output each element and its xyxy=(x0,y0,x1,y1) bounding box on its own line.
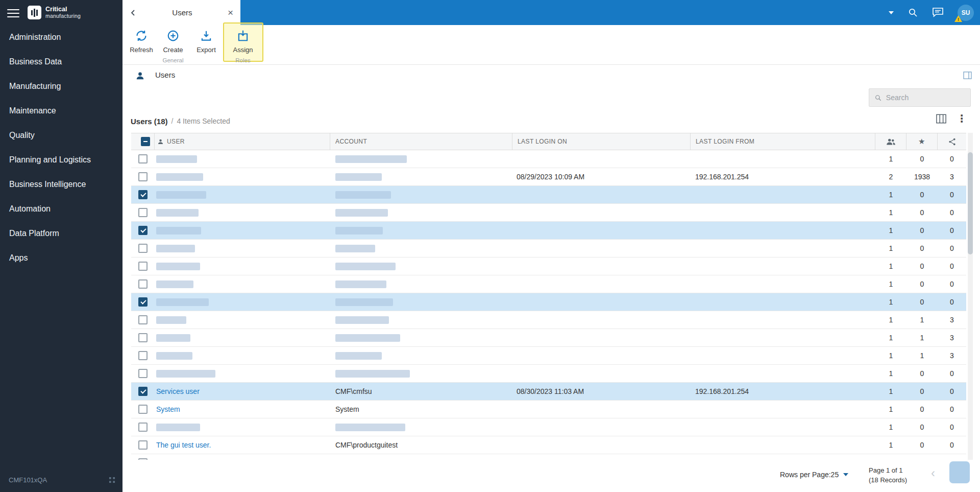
star-icon: ★ xyxy=(918,137,925,146)
table-row[interactable]: 08/29/2023 10:09 AM 192.168.201.254 2 19… xyxy=(131,168,966,186)
more-options-icon[interactable]: ⋮ xyxy=(957,113,967,124)
columns-icon[interactable] xyxy=(936,114,946,124)
column-header-user[interactable]: USER xyxy=(155,133,330,150)
table-row[interactable]: T CMF\ 1 0 0 xyxy=(131,454,966,460)
rows-per-page[interactable]: Rows per Page:25 xyxy=(780,471,848,479)
user-link[interactable]: Services user xyxy=(156,387,200,395)
select-all-checkbox[interactable] xyxy=(141,137,150,146)
table-row[interactable]: The gui test user. CMF\productguitest 1 … xyxy=(131,436,966,454)
refresh-button[interactable]: Refresh xyxy=(124,29,159,54)
redacted-account xyxy=(335,316,389,324)
menu-icon[interactable] xyxy=(7,8,19,17)
table-row[interactable]: 1 0 0 xyxy=(131,365,966,383)
account-cell xyxy=(330,190,512,199)
back-icon[interactable] xyxy=(130,9,137,16)
redacted-account xyxy=(335,173,382,181)
export-icon xyxy=(200,29,213,42)
messages-icon[interactable] xyxy=(932,7,944,18)
table-row[interactable]: 1 1 3 xyxy=(131,329,966,347)
sidebar-item-business-intelligence[interactable]: Business Intelligence xyxy=(0,172,122,197)
table-row[interactable]: System System 1 0 0 xyxy=(131,401,966,418)
pagination-button[interactable] xyxy=(949,461,970,483)
table-row[interactable]: Services user CMF\cmfsu 08/30/2023 11:03… xyxy=(131,383,966,401)
column-header-last-login-on[interactable]: LAST LOGIN ON xyxy=(512,133,691,150)
table-row[interactable]: 1 0 0 xyxy=(131,222,966,240)
column-header-sessions[interactable] xyxy=(875,133,906,150)
sidebar-item-quality[interactable]: Quality xyxy=(0,123,122,148)
row-checkbox[interactable] xyxy=(138,440,148,450)
row-checkbox[interactable] xyxy=(138,190,148,199)
redacted-user xyxy=(156,191,206,199)
table-row[interactable]: 1 1 3 xyxy=(131,347,966,365)
assign-button[interactable]: Assign xyxy=(225,29,261,54)
sidebar-item-manufacturing[interactable]: Manufacturing xyxy=(0,74,122,99)
scrollbar-thumb[interactable] xyxy=(968,152,973,254)
create-button[interactable]: Create xyxy=(155,29,191,54)
column-header-shared[interactable] xyxy=(938,133,966,150)
user-link[interactable]: The gui test user. xyxy=(156,441,211,449)
row-checkbox[interactable] xyxy=(138,279,148,289)
search-icon[interactable] xyxy=(908,7,918,18)
avatar-initials: SU xyxy=(962,9,970,16)
table-row[interactable]: 1 0 0 xyxy=(131,293,966,311)
row-checkbox[interactable] xyxy=(138,315,148,324)
avatar[interactable]: SU ! xyxy=(958,5,974,21)
row-checkbox[interactable] xyxy=(138,297,148,307)
chevron-down-icon[interactable] xyxy=(889,11,894,14)
row-checkbox[interactable] xyxy=(138,351,148,360)
row-checkbox[interactable] xyxy=(138,387,148,396)
sidebar-item-apps[interactable]: Apps xyxy=(0,246,122,270)
row-checkbox[interactable] xyxy=(138,423,148,432)
create-icon xyxy=(166,29,180,42)
tab-users[interactable]: Users × xyxy=(122,0,240,25)
row-checkbox[interactable] xyxy=(138,226,148,235)
table-row[interactable]: 1 0 0 xyxy=(131,275,966,293)
row-checkbox[interactable] xyxy=(138,244,148,253)
table-row[interactable]: 1 0 0 xyxy=(131,186,966,204)
row-checkbox[interactable] xyxy=(138,262,148,271)
row-checkbox[interactable] xyxy=(138,172,148,181)
sidebar-item-automation[interactable]: Automation xyxy=(0,197,122,221)
sidebar-item-business-data[interactable]: Business Data xyxy=(0,50,122,74)
row-checkbox[interactable] xyxy=(138,154,148,163)
star-count-cell: 0 xyxy=(906,226,938,235)
table-row[interactable]: 1 0 0 xyxy=(131,150,966,168)
redacted-user xyxy=(156,334,190,342)
star-count-cell: 0 xyxy=(906,441,938,449)
create-label: Create xyxy=(163,46,183,54)
star-count-cell: 1 xyxy=(906,334,938,342)
list-header: Users (18) / 4 Items Selected xyxy=(131,112,230,130)
column-header-favorites[interactable]: ★ xyxy=(906,133,938,150)
row-checkbox-cell xyxy=(131,172,155,181)
user-link[interactable]: System xyxy=(156,405,180,413)
search-input[interactable] xyxy=(886,93,965,102)
connection-icon xyxy=(109,477,115,483)
row-checkbox[interactable] xyxy=(138,333,148,342)
session-count-cell: 1 xyxy=(875,316,906,324)
search-box[interactable] xyxy=(869,88,971,107)
table-row[interactable]: 1 1 3 xyxy=(131,311,966,329)
account-cell xyxy=(330,208,512,217)
column-header-last-login-from[interactable]: LAST LOGIN FROM xyxy=(691,133,875,150)
select-all-cell xyxy=(131,133,155,150)
sidebar-item-administration[interactable]: Administration xyxy=(0,25,122,50)
column-header-account[interactable]: ACCOUNT xyxy=(330,133,512,150)
export-button[interactable]: Export xyxy=(188,29,224,54)
account-cell: CMF\productguitest xyxy=(330,440,512,450)
table-scrollbar[interactable] xyxy=(968,133,973,460)
table-row[interactable]: 1 0 0 xyxy=(131,418,966,436)
sidebar-item-maintenance[interactable]: Maintenance xyxy=(0,99,122,123)
row-checkbox[interactable] xyxy=(138,405,148,414)
table-row[interactable]: 1 0 0 xyxy=(131,204,966,222)
sidebar-item-planning-and-logistics[interactable]: Planning and Logistics xyxy=(0,148,122,172)
close-icon[interactable]: × xyxy=(228,8,233,17)
sidebar-item-data-platform[interactable]: Data Platform xyxy=(0,221,122,246)
panel-icon[interactable] xyxy=(963,72,972,79)
rows-per-page-value: 25 xyxy=(831,471,839,479)
row-checkbox[interactable] xyxy=(138,369,148,378)
row-checkbox[interactable] xyxy=(138,208,148,217)
chevron-left-icon[interactable]: ‹ xyxy=(931,467,935,479)
last-login-from-cell: 192.168.201.254 xyxy=(691,173,875,181)
table-row[interactable]: 1 0 0 xyxy=(131,240,966,257)
table-row[interactable]: 1 0 0 xyxy=(131,257,966,275)
